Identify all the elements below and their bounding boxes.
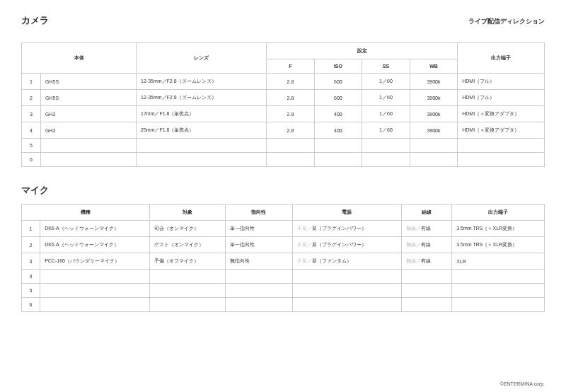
table-row: 6 [22,298,545,312]
table-row: 2DK6-A（ヘッドウォーンマイク）ゲスト（オンマイク）単一指向性不要／要（プラ… [22,237,545,253]
camera-wb-cell: 3900k [410,122,458,139]
camera-iso-cell: 400 [314,106,362,122]
mic-target-cell [149,298,225,312]
camera-ss-cell: 1／60 [362,122,410,139]
mic-wire-cell: 無線／有線 [402,253,452,270]
camera-lens-cell: 17mm／F1.8（単焦点） [137,106,267,122]
camera-f-cell: 2.8 [267,90,315,106]
mic-header-out: 出力端子 [452,204,545,221]
mic-wire-cell [402,270,452,284]
mic-target-cell [149,284,225,298]
camera-lens-cell: 25mm／F1.8（単焦点） [137,122,267,139]
mic-target-cell [149,270,225,284]
table-row: 3PCC-160（バウンダリーマイク）予備（オフマイク）無指向性不要／要（ファン… [22,253,545,270]
mic-table: 機種 対象 指向性 電源 結線 出力端子 1DK6-A（ヘッドウォーンマイク）司… [21,204,545,312]
camera-iso-cell: 600 [314,90,362,106]
mic-model-cell: PCC-160（バウンダリーマイク） [40,253,149,270]
camera-iso-cell [314,153,362,167]
mic-header-dir: 指向性 [225,204,292,221]
mic-model-cell [40,284,149,298]
mic-dir-cell [225,298,292,312]
camera-wb-cell: 3900k [410,106,458,122]
row-index: 3 [22,253,40,270]
camera-body-cell [41,139,137,153]
camera-ss-cell: 1／60 [362,106,410,122]
camera-out-cell [458,153,545,167]
mic-wire-cell [402,284,452,298]
camera-body-cell [41,153,137,167]
mic-model-cell: DK6-A（ヘッドウォーンマイク） [40,221,149,237]
camera-lens-cell [137,153,267,167]
mic-model-cell: DK6-A（ヘッドウォーンマイク） [40,237,149,253]
camera-header-lens: レンズ [137,43,267,74]
camera-f-cell: 2.8 [267,74,315,90]
row-index: 3 [22,106,41,122]
mic-dir-cell [225,284,292,298]
mic-header-target: 対象 [149,204,225,221]
mic-out-cell: 3.5mm TRS（＋XLR変換） [452,221,545,237]
mic-out-cell [452,270,545,284]
camera-header-f: F [267,59,315,74]
mic-dir-cell: 単一指向性 [225,237,292,253]
mic-out-cell [452,298,545,312]
mic-out-cell [452,284,545,298]
camera-header-wb: WB [410,59,458,74]
row-index: 4 [22,270,40,284]
table-row: 5 [22,284,545,298]
mic-power-cell [292,270,401,284]
camera-out-cell [458,139,545,153]
mic-power-cell: 不要／要（ファンタム） [292,253,401,270]
camera-section-title: カメラ [21,14,49,27]
mic-target-cell: 予備（オフマイク） [149,253,225,270]
camera-body-cell: GH5S [41,90,137,106]
mic-power-cell: 不要／要（プラグインパワー） [292,221,401,237]
camera-out-cell: HDMI（フル） [458,90,545,106]
camera-ss-cell: 1／60 [362,90,410,106]
camera-body-cell: GH2 [41,122,137,139]
mic-header-power: 電源 [292,204,401,221]
table-row: 3GH217mm／F1.8（単焦点）2.84001／603900kHDMI（＋変… [22,106,545,122]
mic-out-cell: 3.5mm TRS（＋XLR変換） [452,237,545,253]
mic-wire-cell [402,298,452,312]
table-row: 5 [22,139,545,153]
mic-target-cell: ゲスト（オンマイク） [149,237,225,253]
camera-iso-cell: 400 [314,122,362,139]
mic-power-cell [292,298,401,312]
camera-lens-cell [137,139,267,153]
camera-out-cell: HDMI（＋変換アダプタ） [458,106,545,122]
camera-header-settings: 設定 [267,43,458,59]
row-index: 5 [22,139,41,153]
table-row: 4 [22,270,545,284]
camera-f-cell [267,153,315,167]
mic-model-cell [40,270,149,284]
mic-wire-cell: 無線／有線 [402,221,452,237]
camera-f-cell: 2.8 [267,122,315,139]
camera-iso-cell [314,139,362,153]
camera-out-cell: HDMI（＋変換アダプタ） [458,122,545,139]
camera-iso-cell: 600 [314,74,362,90]
camera-f-cell [267,139,315,153]
table-row: 2GH5S12-35mm／F2.8（ズームレンズ）2.86001／603900k… [22,90,545,106]
camera-table: 本体 レンズ 設定 出力端子 F ISO SS WB 1GH5S12-35mm／… [21,42,545,167]
mic-section-title: マイク [21,184,545,197]
row-index: 1 [22,221,40,237]
camera-wb-cell [410,139,458,153]
row-index: 6 [22,298,40,312]
table-row: 1GH5S12-35mm／F2.8（ズームレンズ）2.86001／603900k… [22,74,545,90]
camera-f-cell: 2.8 [267,106,315,122]
camera-body-cell: GH2 [41,106,137,122]
camera-lens-cell: 12-35mm／F2.8（ズームレンズ） [137,90,267,106]
row-index: 6 [22,153,41,167]
camera-wb-cell [410,153,458,167]
camera-header-iso: ISO [314,59,362,74]
mic-dir-cell: 無指向性 [225,253,292,270]
camera-ss-cell: 1／60 [362,74,410,90]
camera-wb-cell: 3900k [410,74,458,90]
camera-ss-cell [362,139,410,153]
camera-body-cell: GH5S [41,74,137,90]
mic-header-wire: 結線 [402,204,452,221]
camera-lens-cell: 12-35mm／F2.8（ズームレンズ） [137,74,267,90]
mic-target-cell: 司会（オンマイク） [149,221,225,237]
mic-dir-cell: 単一指向性 [225,221,292,237]
table-row: 1DK6-A（ヘッドウォーンマイク）司会（オンマイク）単一指向性不要／要（プラグ… [22,221,545,237]
